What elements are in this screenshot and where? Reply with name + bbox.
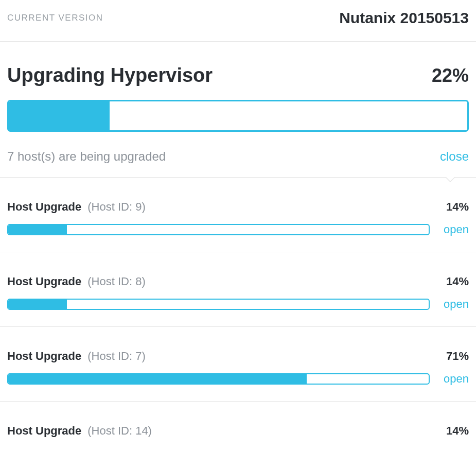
host-progress-row: open bbox=[7, 298, 469, 311]
header-row: CURRENT VERSION Nutanix 20150513 bbox=[0, 0, 476, 42]
host-progress-bar bbox=[7, 373, 430, 385]
host-title: Host Upgrade bbox=[7, 200, 81, 214]
host-title-row: Host Upgrade (Host ID: 9) 14% bbox=[7, 200, 469, 214]
close-button[interactable]: close bbox=[440, 149, 469, 164]
host-progress-fill bbox=[8, 374, 307, 384]
main-title: Upgrading Hypervisor bbox=[7, 64, 213, 86]
host-title-group: Host Upgrade (Host ID: 9) bbox=[7, 200, 146, 214]
main-upgrade-section: Upgrading Hypervisor 22% 7 host(s) are b… bbox=[0, 42, 476, 178]
host-progress-bar bbox=[7, 224, 430, 235]
host-title-group: Host Upgrade (Host ID: 14) bbox=[7, 424, 152, 438]
status-text: 7 host(s) are being upgraded bbox=[7, 149, 166, 164]
panel-caret-icon-inner bbox=[446, 177, 455, 181]
main-title-row: Upgrading Hypervisor 22% bbox=[7, 64, 469, 86]
host-title-row: Host Upgrade (Host ID: 8) 14% bbox=[7, 275, 469, 288]
host-title-group: Host Upgrade (Host ID: 8) bbox=[7, 275, 146, 288]
host-progress-row: open bbox=[7, 223, 469, 236]
host-id: (Host ID: 7) bbox=[87, 350, 145, 363]
current-version-label: CURRENT VERSION bbox=[7, 13, 103, 23]
host-progress-bar bbox=[7, 299, 430, 310]
main-progress-fill bbox=[9, 101, 110, 130]
status-row: 7 host(s) are being upgraded close bbox=[7, 149, 469, 164]
host-id: (Host ID: 9) bbox=[87, 200, 145, 214]
open-button[interactable]: open bbox=[439, 223, 469, 236]
host-progress-row: open bbox=[7, 372, 469, 386]
host-item: Host Upgrade (Host ID: 14) 14% bbox=[0, 402, 476, 438]
host-progress-percent: 71% bbox=[446, 350, 469, 363]
host-progress-percent: 14% bbox=[446, 275, 469, 288]
host-progress-percent: 14% bbox=[446, 200, 469, 214]
current-version-value: Nutanix 20150513 bbox=[339, 9, 469, 27]
host-id: (Host ID: 8) bbox=[87, 275, 145, 288]
host-title: Host Upgrade bbox=[7, 275, 81, 288]
open-button[interactable]: open bbox=[439, 372, 469, 386]
host-title-row: Host Upgrade (Host ID: 7) 71% bbox=[7, 350, 469, 363]
host-title: Host Upgrade bbox=[7, 350, 81, 363]
host-progress-fill bbox=[8, 225, 67, 234]
main-progress-bar bbox=[7, 100, 469, 132]
main-progress-percent: 22% bbox=[432, 65, 469, 86]
host-item: Host Upgrade (Host ID: 7) 71% open bbox=[0, 327, 476, 402]
host-title: Host Upgrade bbox=[7, 424, 81, 438]
host-title-row: Host Upgrade (Host ID: 14) 14% bbox=[7, 424, 469, 438]
host-item: Host Upgrade (Host ID: 8) 14% open bbox=[0, 252, 476, 327]
host-title-group: Host Upgrade (Host ID: 7) bbox=[7, 350, 146, 363]
host-progress-fill bbox=[8, 300, 67, 309]
host-progress-percent: 14% bbox=[446, 424, 469, 438]
open-button[interactable]: open bbox=[439, 298, 469, 311]
host-id: (Host ID: 14) bbox=[87, 424, 152, 438]
host-item: Host Upgrade (Host ID: 9) 14% open bbox=[0, 178, 476, 252]
